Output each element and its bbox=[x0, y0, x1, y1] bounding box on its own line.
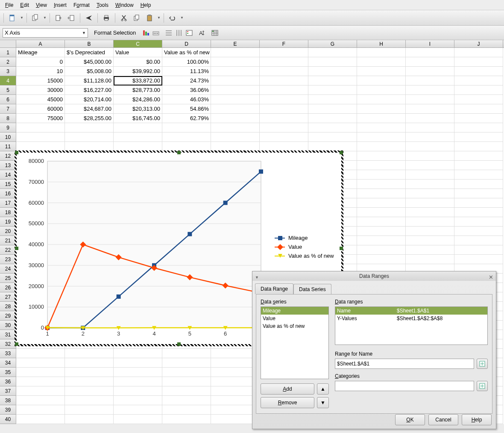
row-header[interactable]: 3 bbox=[0, 67, 16, 76]
cell[interactable] bbox=[454, 217, 503, 227]
cell[interactable] bbox=[406, 104, 454, 114]
cell[interactable] bbox=[357, 48, 406, 57]
cell[interactable] bbox=[65, 123, 114, 133]
move-down-button[interactable]: ▼ bbox=[317, 397, 329, 408]
col-H[interactable]: H bbox=[357, 40, 406, 47]
cell[interactable]: 36.06% bbox=[162, 85, 211, 95]
row-header[interactable]: 8 bbox=[0, 114, 16, 123]
cell[interactable] bbox=[357, 104, 406, 114]
resize-handle[interactable] bbox=[340, 247, 343, 250]
cell[interactable] bbox=[16, 396, 65, 405]
cell[interactable] bbox=[357, 123, 406, 133]
cell[interactable] bbox=[162, 415, 211, 424]
cell[interactable] bbox=[454, 151, 503, 161]
list-item[interactable]: Value bbox=[261, 315, 328, 322]
tab-data-series[interactable]: Data Series bbox=[293, 284, 331, 295]
row-header[interactable]: 1 bbox=[0, 48, 16, 57]
row-header[interactable]: 14 bbox=[0, 170, 16, 180]
cell[interactable] bbox=[211, 57, 260, 67]
row-header[interactable]: 13 bbox=[0, 161, 16, 170]
cell[interactable] bbox=[308, 85, 357, 95]
cell[interactable] bbox=[16, 358, 65, 368]
cell[interactable] bbox=[114, 386, 162, 396]
cell[interactable] bbox=[308, 57, 357, 67]
cell[interactable] bbox=[162, 358, 211, 368]
row-header[interactable]: 33 bbox=[0, 349, 16, 358]
col-E[interactable]: E bbox=[211, 40, 260, 47]
cell[interactable] bbox=[162, 386, 211, 396]
cell[interactable] bbox=[114, 349, 162, 358]
cell[interactable] bbox=[454, 123, 503, 133]
grid-v-icon[interactable] bbox=[175, 29, 183, 37]
cell[interactable] bbox=[454, 208, 503, 217]
cell[interactable] bbox=[16, 368, 65, 377]
remove-button[interactable]: Remove bbox=[261, 397, 314, 408]
cell[interactable] bbox=[357, 217, 406, 227]
cell[interactable] bbox=[357, 85, 406, 95]
cell[interactable] bbox=[65, 415, 114, 424]
cell[interactable]: $16,227.00 bbox=[65, 85, 114, 95]
cell[interactable] bbox=[406, 133, 454, 142]
export-icon[interactable] bbox=[53, 13, 64, 23]
cell[interactable] bbox=[454, 133, 503, 142]
cell[interactable] bbox=[454, 161, 503, 170]
row-header[interactable]: 23 bbox=[0, 255, 16, 264]
row-header[interactable]: 37 bbox=[0, 386, 16, 396]
cell[interactable] bbox=[16, 133, 65, 142]
import-icon[interactable] bbox=[66, 13, 76, 23]
cell[interactable] bbox=[357, 57, 406, 67]
cell[interactable]: $'s Depreciated bbox=[65, 48, 114, 57]
cell[interactable] bbox=[114, 142, 162, 151]
col-A[interactable]: A bbox=[16, 40, 65, 47]
cell[interactable] bbox=[406, 48, 454, 57]
cell[interactable] bbox=[454, 236, 503, 245]
chart-element-icon[interactable] bbox=[152, 29, 160, 37]
row-header[interactable]: 29 bbox=[0, 311, 16, 321]
cell[interactable]: 24.73% bbox=[162, 76, 211, 85]
cell[interactable]: 10 bbox=[16, 67, 65, 76]
col-C[interactable]: C bbox=[114, 40, 162, 47]
row-header[interactable]: 21 bbox=[0, 236, 16, 245]
cell[interactable] bbox=[260, 85, 308, 95]
cell[interactable] bbox=[260, 142, 308, 151]
cell[interactable] bbox=[454, 114, 503, 123]
cell[interactable]: $33,872.00 bbox=[114, 76, 162, 85]
cell[interactable] bbox=[357, 76, 406, 85]
paste-icon[interactable] bbox=[144, 13, 155, 23]
cell[interactable] bbox=[308, 76, 357, 85]
cell[interactable]: 100.00% bbox=[162, 57, 211, 67]
cell[interactable] bbox=[454, 85, 503, 95]
resize-handle[interactable] bbox=[340, 151, 343, 154]
col-F[interactable]: F bbox=[260, 40, 308, 47]
cell[interactable] bbox=[260, 76, 308, 85]
cell[interactable] bbox=[357, 151, 406, 161]
cell[interactable] bbox=[211, 76, 260, 85]
cell[interactable] bbox=[406, 57, 454, 67]
cell[interactable] bbox=[162, 133, 211, 142]
cell[interactable] bbox=[211, 48, 260, 57]
cell[interactable]: 75000 bbox=[16, 114, 65, 123]
cell[interactable] bbox=[308, 95, 357, 104]
new-doc-icon[interactable] bbox=[7, 13, 18, 23]
cell[interactable] bbox=[114, 358, 162, 368]
row-header[interactable]: 10 bbox=[0, 133, 16, 142]
move-up-button[interactable]: ▲ bbox=[317, 383, 329, 395]
resize-handle[interactable] bbox=[15, 151, 18, 154]
cell[interactable] bbox=[357, 133, 406, 142]
cell[interactable] bbox=[308, 123, 357, 133]
cell[interactable]: $28,773.00 bbox=[114, 85, 162, 95]
cell[interactable] bbox=[260, 57, 308, 67]
cell[interactable] bbox=[454, 76, 503, 85]
cell[interactable]: $45,000.00 bbox=[65, 57, 114, 67]
cell[interactable] bbox=[260, 67, 308, 76]
legend-icon[interactable] bbox=[185, 29, 193, 37]
row-header[interactable]: 20 bbox=[0, 227, 16, 236]
menu-window[interactable]: Window bbox=[112, 1, 137, 9]
cell[interactable] bbox=[65, 386, 114, 396]
cell[interactable] bbox=[357, 114, 406, 123]
resize-handle[interactable] bbox=[15, 342, 18, 346]
cell[interactable] bbox=[454, 170, 503, 180]
cell[interactable] bbox=[454, 227, 503, 236]
menu-edit[interactable]: Edit bbox=[17, 1, 32, 9]
cell[interactable] bbox=[65, 142, 114, 151]
